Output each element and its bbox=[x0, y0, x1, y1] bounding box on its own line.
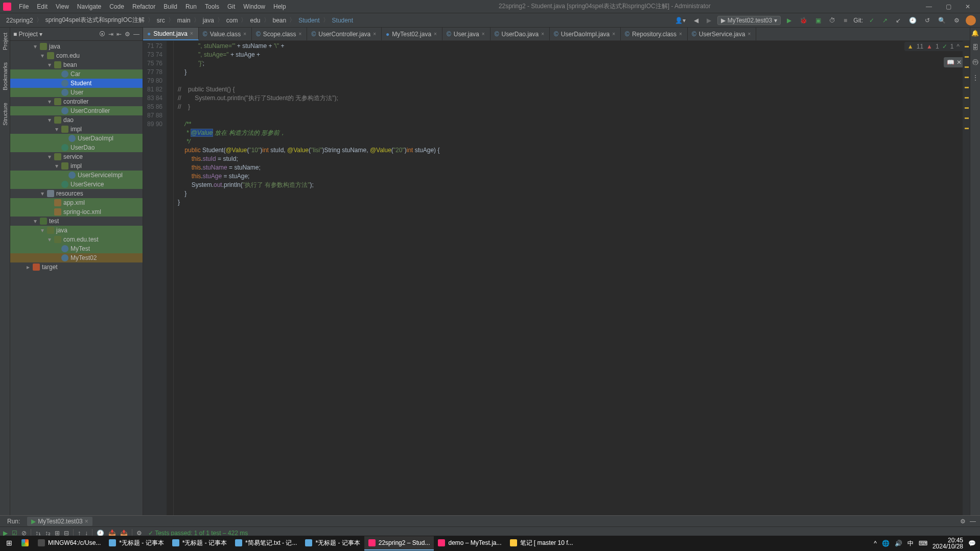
tree-item[interactable]: ▸target bbox=[10, 262, 143, 272]
profile-icon[interactable]: ⏱ bbox=[827, 16, 837, 25]
editor-tab[interactable]: ©UserDao.java× bbox=[491, 28, 550, 40]
menu-refactor[interactable]: Refactor bbox=[129, 2, 159, 11]
crumb[interactable]: Student bbox=[330, 16, 355, 25]
fold-column[interactable] bbox=[167, 41, 174, 515]
crumb[interactable]: Student bbox=[296, 16, 321, 25]
menu-edit[interactable]: Edit bbox=[33, 2, 51, 11]
minimize-icon[interactable]: — bbox=[920, 1, 938, 12]
tree-item[interactable]: UserDaoImpl bbox=[10, 134, 143, 143]
editor-tab[interactable]: ●MyTest02.java× bbox=[382, 28, 442, 40]
tree-item[interactable]: MyTest02 bbox=[10, 253, 143, 262]
search-icon[interactable]: 🔍 bbox=[936, 16, 948, 25]
crumb[interactable]: main bbox=[175, 16, 193, 25]
task-item[interactable]: *无标题 - 记事本 bbox=[301, 536, 364, 550]
tree-item[interactable]: User bbox=[10, 88, 143, 97]
structure-tool-button[interactable]: Structure bbox=[1, 100, 9, 129]
menu-code[interactable]: Code bbox=[106, 2, 128, 11]
tree-item[interactable]: UserDao bbox=[10, 143, 143, 152]
code-body[interactable]: ", stuName='" + stuName + '\'' + ", stuA… bbox=[174, 41, 963, 515]
git-rollback-icon[interactable]: ↺ bbox=[923, 16, 932, 25]
maximize-icon[interactable]: ▢ bbox=[939, 1, 958, 12]
bookmarks-tool-button[interactable]: Bookmarks bbox=[1, 59, 9, 93]
editor-tab[interactable]: ©UserService.java× bbox=[688, 28, 756, 40]
task-item[interactable]: demo – MyTest.ja... bbox=[434, 536, 505, 550]
task-item[interactable]: *无标题 - 记事本 bbox=[105, 536, 168, 550]
hide-icon[interactable]: — bbox=[133, 31, 139, 38]
menu-build[interactable]: Build bbox=[160, 2, 181, 11]
debug-icon[interactable]: 🐞 bbox=[798, 16, 809, 25]
tray-chevron-icon[interactable]: ^ bbox=[874, 540, 877, 547]
inspection-widget[interactable]: ▲11 ▲1 ✓1 ^ v bbox=[904, 42, 969, 51]
tray-kb-icon[interactable]: ⌨ bbox=[919, 540, 927, 547]
tree-item[interactable]: ▾java bbox=[10, 42, 143, 51]
menu-navigate[interactable]: Navigate bbox=[74, 2, 105, 11]
project-view-label[interactable]: ■ Project ▾ bbox=[13, 31, 42, 38]
menu-git[interactable]: Git bbox=[224, 2, 239, 11]
collapse-icon[interactable]: ⇤ bbox=[116, 31, 122, 38]
tree-item[interactable]: ▾service bbox=[10, 152, 143, 161]
gear-icon[interactable]: ⚙ bbox=[125, 31, 130, 38]
tree-item[interactable]: ▾impl bbox=[10, 125, 143, 134]
task-item[interactable]: *简易笔记.txt - 记... bbox=[231, 536, 301, 550]
run-icon[interactable]: ▶ bbox=[785, 16, 794, 25]
editor-tab[interactable]: ©User.java× bbox=[442, 28, 491, 40]
project-tree[interactable]: ▾java▾com.edu▾beanCarStudentUser▾control… bbox=[10, 41, 143, 515]
menu-help[interactable]: Help bbox=[270, 2, 290, 11]
chrome-task[interactable] bbox=[17, 536, 33, 550]
database-icon[interactable]: 🗄 bbox=[972, 44, 978, 51]
editor-tab[interactable]: ●Student.java× bbox=[143, 28, 199, 40]
locate-icon[interactable]: ⦿ bbox=[99, 31, 105, 38]
crumb[interactable]: edu bbox=[248, 16, 262, 25]
git-history-icon[interactable]: 🕘 bbox=[907, 16, 919, 25]
tree-item[interactable]: ▾bean bbox=[10, 60, 143, 69]
tray-notif-icon[interactable]: 💬 bbox=[968, 540, 976, 547]
tree-item[interactable]: Car bbox=[10, 69, 143, 79]
run-settings-icon[interactable]: ⚙ bbox=[960, 518, 966, 525]
prev-highlight-icon[interactable]: ^ bbox=[956, 43, 960, 50]
tree-item[interactable]: MyTest bbox=[10, 244, 143, 253]
close-icon[interactable]: ✕ bbox=[959, 1, 977, 12]
run-config-selector[interactable]: ▶ MyTest02.test03 ▾ bbox=[717, 16, 781, 25]
tree-item[interactable]: Student bbox=[10, 79, 143, 88]
task-item[interactable]: *无标题 - 记事本 bbox=[168, 536, 231, 550]
tree-item[interactable]: ▾test bbox=[10, 217, 143, 226]
tree-item[interactable]: UserServiceImpl bbox=[10, 171, 143, 180]
git-push-icon[interactable]: ↗ bbox=[880, 16, 890, 25]
crumb[interactable]: spring04spel表达式和springIOC注解 bbox=[43, 15, 147, 25]
tree-item[interactable]: ▾java bbox=[10, 226, 143, 235]
crumb[interactable]: bean bbox=[271, 16, 289, 25]
tree-item[interactable]: spring-ioc.xml bbox=[10, 207, 143, 217]
git-pull-icon[interactable]: ↙ bbox=[894, 16, 903, 25]
tray-clock[interactable]: 20:452024/10/28 bbox=[932, 537, 963, 549]
expand-icon[interactable]: ⇥ bbox=[108, 31, 113, 38]
tree-item[interactable]: ▾com.edu.test bbox=[10, 235, 143, 244]
editor-tab[interactable]: ©UserController.java× bbox=[307, 28, 382, 40]
tray-vol-icon[interactable]: 🔊 bbox=[895, 540, 902, 547]
tree-item[interactable]: ▾com.edu bbox=[10, 51, 143, 60]
avatar-icon[interactable] bbox=[966, 15, 976, 26]
editor-tab[interactable]: ©UserDaoImpl.java× bbox=[550, 28, 621, 40]
more-tool-icon[interactable]: ⋮ bbox=[972, 74, 978, 81]
start-button[interactable]: ⊞ bbox=[2, 536, 16, 550]
crumb[interactable]: java bbox=[201, 16, 216, 25]
user-icon[interactable]: 👤▾ bbox=[673, 16, 688, 25]
run-tab[interactable]: ▶MyTest02.test03× bbox=[27, 517, 92, 526]
crumb[interactable]: src bbox=[155, 16, 167, 25]
task-item[interactable]: MINGW64:/c/Use... bbox=[34, 536, 105, 550]
tree-item[interactable]: ▾resources bbox=[10, 189, 143, 198]
tree-item[interactable]: ▾controller bbox=[10, 97, 143, 106]
tree-item[interactable]: UserController bbox=[10, 106, 143, 115]
editor-tab[interactable]: ©Scope.class× bbox=[252, 28, 307, 40]
menu-file[interactable]: File bbox=[15, 2, 32, 11]
tree-item[interactable]: ▾impl bbox=[10, 161, 143, 171]
crumb[interactable]: com bbox=[224, 16, 240, 25]
error-stripe[interactable] bbox=[963, 41, 970, 515]
git-update-icon[interactable]: ✓ bbox=[867, 16, 876, 25]
settings-icon[interactable]: ⚙ bbox=[952, 16, 962, 25]
close-widget-icon[interactable]: ✕ bbox=[956, 59, 962, 66]
reader-mode-widget[interactable]: 📖✕ bbox=[944, 57, 965, 67]
nav-fwd-icon[interactable]: ▶ bbox=[705, 16, 713, 25]
project-tool-button[interactable]: Project bbox=[1, 30, 9, 53]
coverage-icon[interactable]: ▣ bbox=[813, 16, 823, 25]
menu-view[interactable]: View bbox=[52, 2, 73, 11]
